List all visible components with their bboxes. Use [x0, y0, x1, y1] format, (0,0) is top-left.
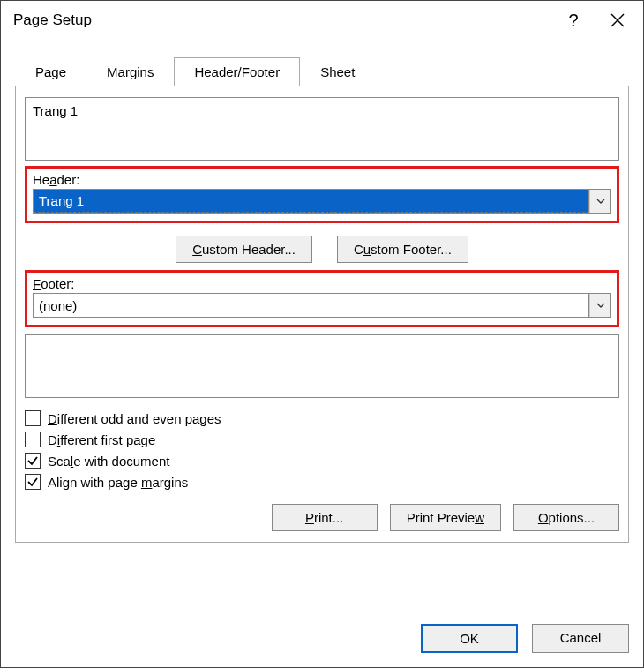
chk-label: Align with page margins	[48, 475, 188, 490]
page-setup-dialog: Page Setup ? Page Margins Header/Footer …	[0, 0, 644, 668]
chevron-down-icon	[596, 303, 605, 308]
panel-button-row: Print... Print Preview Options...	[25, 504, 619, 531]
tab-margins[interactable]: Margins	[86, 57, 174, 86]
header-group-highlight: Header: Trang 1	[25, 166, 619, 223]
custom-buttons-row: Custom Header... Custom Footer...	[25, 236, 619, 263]
cancel-button[interactable]: Cancel	[532, 624, 629, 653]
custom-header-button[interactable]: Custom Header...	[176, 236, 312, 263]
header-preview: Trang 1	[25, 97, 619, 161]
close-icon	[610, 13, 625, 27]
chk-label: Different first page	[48, 432, 155, 447]
header-combo-value: Trang 1	[34, 190, 589, 213]
checkbox-checked-icon	[25, 474, 41, 490]
header-combo[interactable]: Trang 1	[33, 189, 611, 214]
tab-sheet[interactable]: Sheet	[300, 57, 375, 86]
footer-combo-arrow[interactable]	[589, 294, 610, 317]
checkbox-icon	[25, 410, 41, 426]
options-button[interactable]: Options...	[513, 504, 619, 531]
chk-scale-with-document[interactable]: Scale with document	[25, 453, 619, 469]
chk-different-odd-even[interactable]: Different odd and even pages	[25, 410, 619, 426]
tab-panel: Trang 1 Header: Trang 1 Custom Header...…	[15, 86, 629, 543]
checkbox-checked-icon	[25, 453, 41, 469]
checkbox-group: Different odd and even pages Different f…	[25, 410, 619, 490]
footer-combo[interactable]: (none)	[33, 293, 611, 318]
tab-strip: Page Margins Header/Footer Sheet	[15, 57, 629, 86]
dialog-content: Page Margins Header/Footer Sheet Trang 1…	[15, 57, 629, 653]
chk-label: Different odd and even pages	[48, 411, 221, 426]
chk-label: Scale with document	[48, 454, 169, 469]
checkbox-icon	[25, 432, 41, 447]
titlebar: Page Setup ?	[1, 1, 643, 40]
print-button[interactable]: Print...	[272, 504, 378, 531]
chevron-down-icon	[596, 199, 605, 204]
help-button[interactable]: ?	[551, 1, 595, 40]
close-button[interactable]	[595, 1, 640, 40]
ok-button[interactable]: OK	[421, 624, 518, 653]
header-label: Header:	[33, 172, 611, 187]
header-combo-arrow[interactable]	[589, 190, 610, 213]
tab-page[interactable]: Page	[15, 57, 86, 86]
dialog-button-row: OK Cancel	[421, 624, 629, 653]
print-preview-button[interactable]: Print Preview	[390, 504, 501, 531]
custom-footer-button[interactable]: Custom Footer...	[337, 236, 468, 263]
tab-header-footer[interactable]: Header/Footer	[174, 57, 300, 86]
chk-different-first-page[interactable]: Different first page	[25, 432, 619, 447]
footer-preview	[25, 334, 619, 398]
footer-group-highlight: Footer: (none)	[25, 270, 619, 327]
footer-label: Footer:	[33, 276, 611, 291]
footer-combo-value: (none)	[34, 294, 589, 317]
dialog-title: Page Setup	[13, 11, 551, 29]
chk-align-with-margins[interactable]: Align with page margins	[25, 474, 619, 490]
